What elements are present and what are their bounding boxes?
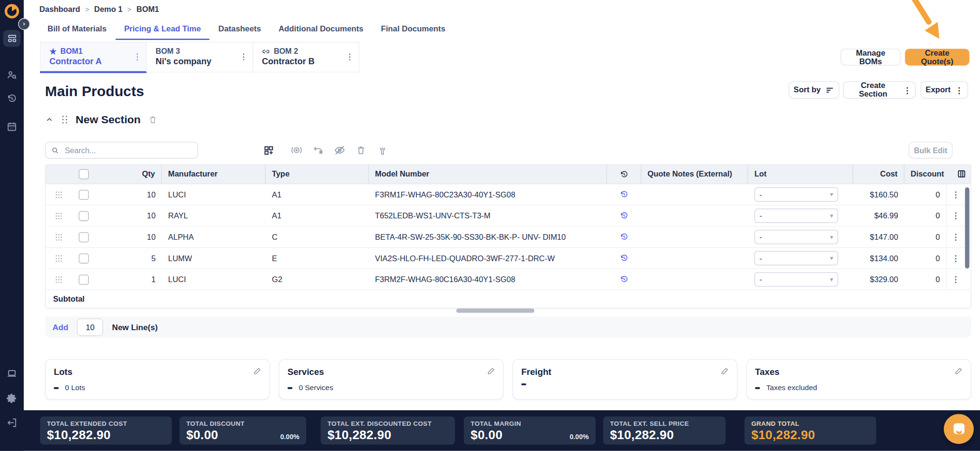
- bom-tab-menu-icon[interactable]: ⋮: [346, 52, 354, 60]
- col-type: Type: [266, 165, 369, 184]
- table-row[interactable]: 1 LUCI G2 F3RM2F-WHAG-80C16A30-40Y1-SG08…: [46, 269, 971, 291]
- cost-cell: $147.00: [853, 226, 905, 247]
- tab-datasheets[interactable]: Datasheets: [210, 19, 270, 40]
- quote-notes-cell[interactable]: [641, 206, 748, 226]
- bom-tab-menu-icon[interactable]: ⋮: [240, 52, 248, 60]
- manage-boms-button[interactable]: Manage BOMs: [840, 49, 900, 65]
- column-settings-icon[interactable]: [957, 169, 966, 179]
- price-history-icon[interactable]: [620, 190, 629, 199]
- row-menu-icon[interactable]: ⋮: [951, 212, 960, 220]
- add-columns-icon[interactable]: [262, 144, 274, 156]
- lot-select[interactable]: -▾: [754, 251, 838, 265]
- replace-item-icon[interactable]: [312, 144, 324, 156]
- discount-percent: 0.00%: [280, 433, 299, 441]
- table-row[interactable]: 10 LUCI A1 F3RM1F-WHAG-80C23A30-40Y1-SG0…: [46, 184, 971, 206]
- flashlight-icon[interactable]: [376, 144, 388, 156]
- row-checkbox[interactable]: [79, 253, 89, 263]
- new-lines-count-input[interactable]: [77, 318, 103, 336]
- price-history-icon[interactable]: [620, 254, 629, 263]
- row-menu-icon[interactable]: ⋮: [951, 275, 960, 284]
- add-lines-button[interactable]: Add: [52, 323, 68, 332]
- app-logo-icon[interactable]: [4, 3, 20, 20]
- sidebar-item-history[interactable]: [6, 93, 18, 105]
- kebab-icon[interactable]: ⋮: [955, 86, 963, 94]
- bom-tab-bom1[interactable]: ★BOM1 Contractor A ⋮: [40, 42, 147, 72]
- drag-handle-icon[interactable]: [55, 255, 63, 262]
- discount-cell: 0: [904, 206, 946, 226]
- price-history-icon[interactable]: [620, 275, 629, 284]
- row-checkbox[interactable]: [79, 189, 89, 199]
- drag-handle-icon[interactable]: [55, 212, 63, 220]
- bulk-edit-button[interactable]: Bulk Edit: [909, 142, 952, 158]
- manufacturer-cell: RAYL: [162, 206, 266, 226]
- edit-pencil-icon[interactable]: [253, 366, 262, 375]
- row-checkbox[interactable]: [79, 211, 89, 221]
- breadcrumb-dashboard[interactable]: Dashboard: [40, 5, 80, 14]
- quote-notes-cell[interactable]: [641, 184, 748, 205]
- tab-pricing-lead-time[interactable]: Pricing & Lead Time: [115, 19, 210, 40]
- tab-bill-of-materials[interactable]: Bill of Materials: [39, 19, 115, 40]
- row-checkbox[interactable]: [79, 232, 89, 242]
- drag-handle-icon[interactable]: [55, 191, 63, 198]
- row-menu-icon[interactable]: ⋮: [951, 233, 960, 241]
- create-quotes-button[interactable]: Create Quote(s): [905, 49, 970, 65]
- delete-section-icon[interactable]: [148, 115, 158, 125]
- quote-notes-cell[interactable]: [641, 248, 748, 268]
- lot-select[interactable]: -▾: [754, 187, 838, 202]
- drag-handle-icon[interactable]: [61, 115, 68, 125]
- add-circle-icon[interactable]: [290, 144, 302, 156]
- caret-down-icon: ▾: [830, 191, 833, 198]
- select-all-checkbox[interactable]: [79, 169, 89, 179]
- search-input[interactable]: [63, 145, 192, 155]
- hide-eye-off-icon[interactable]: [334, 144, 346, 156]
- sidebar-toggle-button[interactable]: ›: [18, 18, 30, 30]
- sidebar-item-contacts[interactable]: [6, 69, 18, 81]
- vertical-scrollbar[interactable]: [965, 187, 970, 269]
- total-extended-cost: TOTAL EXTENDED COST $10,282.90: [40, 416, 172, 444]
- sort-by-button[interactable]: Sort by: [789, 81, 839, 99]
- lot-select[interactable]: -▾: [754, 208, 838, 223]
- section-title[interactable]: New Section: [76, 113, 141, 127]
- row-checkbox[interactable]: [79, 275, 89, 284]
- delete-rows-icon[interactable]: [355, 144, 367, 156]
- tab-final-documents[interactable]: Final Documents: [372, 19, 454, 40]
- page-title: Main Products: [45, 83, 144, 100]
- row-menu-icon[interactable]: ⋮: [951, 190, 960, 198]
- table-row[interactable]: 5 LUMW E VIA2S-HLO-FH-LED-QUADRO-3WF-277…: [46, 248, 971, 269]
- bom-tab-menu-icon[interactable]: ⋮: [133, 52, 141, 60]
- breadcrumb-bom1[interactable]: BOM1: [137, 5, 159, 14]
- sidebar-item-logout[interactable]: [6, 417, 18, 429]
- table-row[interactable]: 10 RAYL A1 T652LEDB-WS1-UNV-CTS-T3-M -▾ …: [46, 206, 971, 227]
- chat-widget-button[interactable]: [944, 414, 974, 444]
- sidebar-item-boms-active[interactable]: [3, 30, 21, 47]
- row-menu-icon[interactable]: ⋮: [951, 254, 960, 262]
- bom-tab-strip: ★BOM1 Contractor A ⋮ BOM 3 Ni's company …: [40, 42, 359, 72]
- type-cell: G2: [266, 269, 369, 290]
- price-history-icon[interactable]: [620, 232, 629, 242]
- edit-pencil-icon[interactable]: [487, 366, 495, 375]
- sidebar-item-calendar[interactable]: [6, 121, 18, 133]
- horizontal-scrollbar[interactable]: [456, 308, 534, 313]
- quote-notes-cell[interactable]: [641, 269, 748, 290]
- table-row[interactable]: 10 ALPHA C BETA-4R-SW-25-35K-90-SS30-BK-…: [46, 226, 971, 248]
- export-button[interactable]: Export⋮: [920, 81, 968, 99]
- create-section-button[interactable]: Create Section⋮: [843, 81, 916, 99]
- breadcrumb-demo1[interactable]: Demo 1: [94, 5, 122, 14]
- edit-pencil-icon[interactable]: [954, 366, 963, 375]
- drag-handle-icon[interactable]: [55, 275, 63, 283]
- bom-tab-bom3[interactable]: BOM 3 Ni's company ⋮: [146, 42, 253, 72]
- lot-select[interactable]: -▾: [754, 272, 838, 286]
- tab-additional-documents[interactable]: Additional Documents: [270, 19, 372, 40]
- sidebar-item-device[interactable]: [6, 368, 18, 379]
- collapse-chevron-icon[interactable]: [45, 115, 54, 124]
- lot-select[interactable]: -▾: [754, 230, 838, 244]
- price-history-icon[interactable]: [620, 211, 629, 221]
- price-history-icon[interactable]: [619, 169, 629, 179]
- bom-tab-bom2[interactable]: BOM 2 Contractor B ⋮: [252, 42, 359, 72]
- edit-pencil-icon[interactable]: [720, 366, 729, 375]
- kebab-icon[interactable]: ⋮: [903, 86, 911, 94]
- sidebar-item-settings[interactable]: [6, 393, 18, 404]
- dash-icon: [54, 387, 59, 389]
- quote-notes-cell[interactable]: [641, 226, 748, 247]
- drag-handle-icon[interactable]: [55, 233, 63, 241]
